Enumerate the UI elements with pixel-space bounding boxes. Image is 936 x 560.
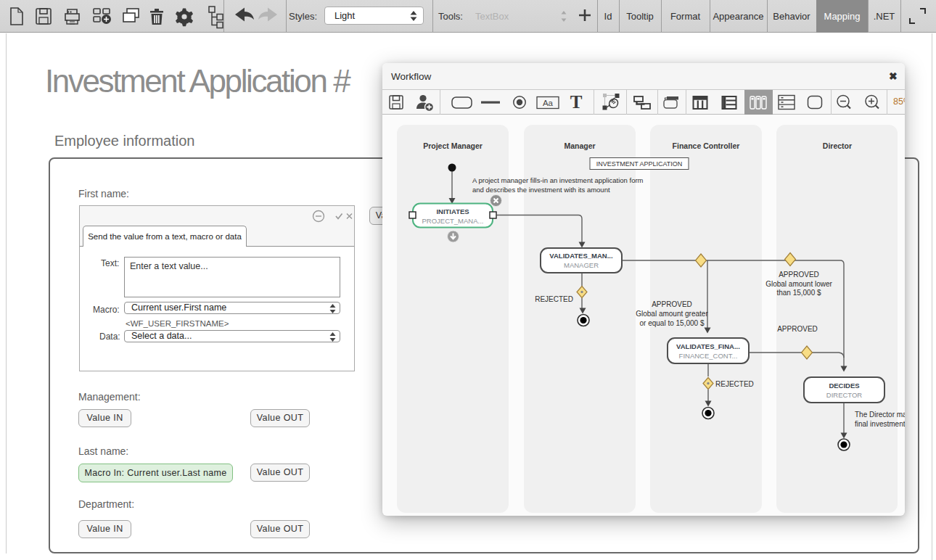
svg-text:FINANCE_CONT...: FINANCE_CONT... [679, 352, 738, 360]
svg-text:T: T [570, 92, 583, 112]
svg-text:APPROVED: APPROVED [652, 300, 692, 308]
svg-text:APPROVED: APPROVED [779, 271, 819, 279]
svg-text:DIRECTOR: DIRECTOR [826, 391, 863, 399]
svg-text:than 15,000 $: than 15,000 $ [776, 289, 821, 297]
svg-text:Global amount lower: Global amount lower [765, 280, 832, 288]
svg-text:REJECTED: REJECTED [535, 295, 573, 303]
svg-text:DECIDES: DECIDES [829, 382, 859, 390]
svg-text:REJECTED: REJECTED [715, 380, 754, 388]
svg-text:final investment: final investment [855, 420, 905, 428]
svg-text:and describes the investment w: and describes the investment with its am… [472, 186, 610, 194]
svg-text:or equal to 15,000 $: or equal to 15,000 $ [640, 319, 705, 327]
svg-text:MANAGER: MANAGER [564, 261, 599, 269]
svg-text:INITIATES: INITIATES [436, 207, 469, 215]
svg-text:VALIDATES_FINA...: VALIDATES_FINA... [676, 342, 740, 350]
svg-text:APPROVED: APPROVED [777, 325, 818, 333]
svg-text:Manager: Manager [564, 141, 595, 150]
svg-text:Director: Director [823, 141, 852, 150]
svg-text:VALIDATES_MAN...: VALIDATES_MAN... [549, 252, 612, 260]
svg-text:INVESTMENT APPLICATION: INVESTMENT APPLICATION [596, 160, 683, 168]
svg-text:Finance Controller: Finance Controller [673, 141, 740, 150]
svg-text:PROJECT_MANA...: PROJECT_MANA... [422, 217, 484, 225]
svg-text:Project Manager: Project Manager [423, 141, 483, 150]
svg-text:A project manager fills-in an: A project manager fills-in an investment… [472, 176, 644, 184]
svg-text:The Director ma: The Director ma [855, 411, 905, 419]
svg-text:Global amount greater: Global amount greater [636, 310, 708, 318]
svg-text:Aa: Aa [543, 99, 554, 107]
